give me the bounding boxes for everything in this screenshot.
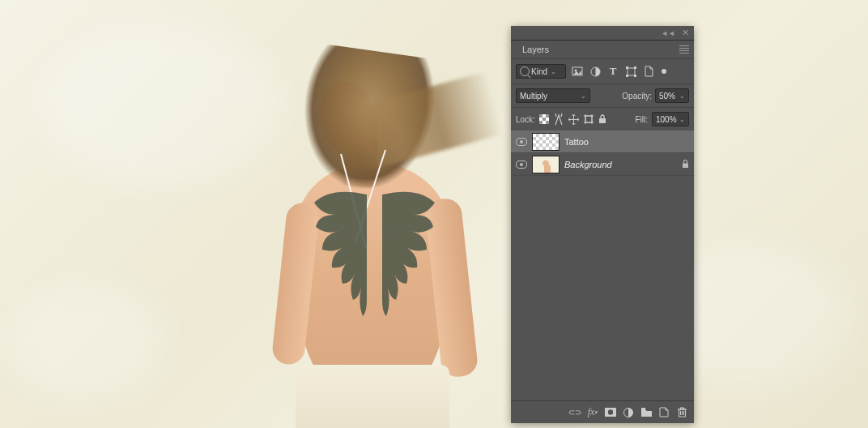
filter-toggle[interactable] (662, 69, 666, 74)
svg-point-22 (608, 409, 613, 414)
svg-rect-13 (546, 121, 549, 124)
filter-adjustment-icon[interactable] (589, 65, 602, 78)
visibility-toggle[interactable] (516, 160, 527, 169)
layer-style-icon[interactable]: fx▾ (587, 407, 598, 418)
group-icon[interactable] (640, 407, 652, 418)
layer-name: Tattoo (564, 137, 589, 147)
lock-artboard-icon[interactable] (584, 114, 594, 124)
layer-mask-icon[interactable] (605, 407, 616, 418)
svg-rect-19 (599, 118, 606, 123)
blend-mode-value: Multiply (520, 92, 547, 101)
lock-transparency-icon[interactable] (539, 114, 549, 124)
svg-rect-27 (680, 408, 683, 409)
panel-bottom-bar: ⊂⊃ fx▾ (511, 400, 694, 423)
svg-rect-11 (542, 118, 546, 121)
filter-pixel-icon[interactable] (571, 65, 584, 78)
lock-icons (539, 113, 606, 125)
fill-input[interactable]: 100% ⌄ (652, 112, 689, 126)
svg-rect-9 (539, 114, 542, 118)
close-icon[interactable]: ✕ (682, 28, 689, 38)
filter-type-icon[interactable]: T (606, 65, 619, 78)
opacity-value: 50% (659, 92, 675, 101)
fill-label: Fill: (635, 115, 648, 124)
panel-controls: ◄◄ ✕ (511, 26, 694, 41)
filter-row: Kind ⌄ T (511, 58, 694, 83)
chevron-down-icon: ⌄ (581, 92, 586, 100)
delete-layer-icon[interactable] (676, 407, 687, 418)
layer-background[interactable]: Background (511, 153, 694, 176)
figure-cloth (296, 365, 449, 428)
layer-tattoo[interactable]: Tattoo (511, 131, 694, 153)
lock-all-icon[interactable] (598, 114, 606, 124)
filter-shape-icon[interactable] (624, 65, 637, 78)
new-layer-icon[interactable] (658, 407, 670, 418)
filter-smart-icon[interactable] (642, 65, 655, 78)
svg-rect-7 (634, 75, 636, 77)
chevron-down-icon: ⌄ (551, 68, 556, 75)
lock-position-icon[interactable] (568, 114, 579, 125)
filter-label: Kind (531, 67, 547, 76)
lock-image-icon[interactable] (554, 113, 564, 125)
svg-rect-14 (585, 116, 592, 122)
cloud (40, 24, 283, 186)
tattoo-wing-left (310, 186, 379, 324)
opacity-label: Opacity: (622, 92, 652, 101)
layer-name: Background (564, 160, 612, 169)
collapse-icon[interactable]: ◄◄ (661, 29, 675, 37)
svg-rect-5 (634, 66, 636, 69)
lock-label: Lock: (516, 115, 535, 124)
opacity-input[interactable]: 50% ⌄ (655, 88, 689, 103)
svg-rect-20 (683, 164, 688, 169)
fill-value: 100% (656, 115, 677, 124)
blend-row: Multiply ⌄ Opacity: 50% ⌄ (511, 83, 694, 107)
lock-row: Lock: Fill: 100% ⌄ (511, 107, 694, 131)
search-icon (520, 66, 530, 76)
svg-rect-3 (628, 68, 635, 75)
lock-icon[interactable] (682, 160, 689, 169)
layers-panel: ◄◄ ✕ Layers Kind ⌄ T Multiply ⌄ Opacity:… (511, 26, 694, 423)
adjustment-layer-icon[interactable] (623, 407, 634, 418)
chevron-down-icon: ⌄ (679, 116, 685, 123)
layers-list: Tattoo Background (511, 131, 694, 400)
tab-layers[interactable]: Layers (516, 41, 555, 58)
canvas-figure (271, 57, 482, 428)
svg-rect-6 (626, 75, 628, 77)
svg-rect-10 (546, 114, 549, 118)
blend-mode-select[interactable]: Multiply ⌄ (516, 88, 590, 103)
svg-rect-12 (539, 121, 542, 124)
chevron-down-icon: ⌄ (679, 92, 685, 100)
svg-rect-4 (626, 66, 628, 69)
filter-kind-select[interactable]: Kind ⌄ (516, 64, 566, 79)
link-layers-icon[interactable]: ⊂⊃ (569, 407, 581, 418)
tattoo-wing-right (370, 186, 439, 324)
layer-thumbnail[interactable] (532, 133, 560, 151)
svg-rect-24 (641, 408, 645, 409)
cloud (8, 284, 170, 405)
panel-tabs: Layers (511, 41, 694, 58)
visibility-toggle[interactable] (516, 138, 527, 146)
layer-thumbnail[interactable] (532, 156, 560, 173)
panel-menu-icon[interactable] (679, 45, 689, 54)
